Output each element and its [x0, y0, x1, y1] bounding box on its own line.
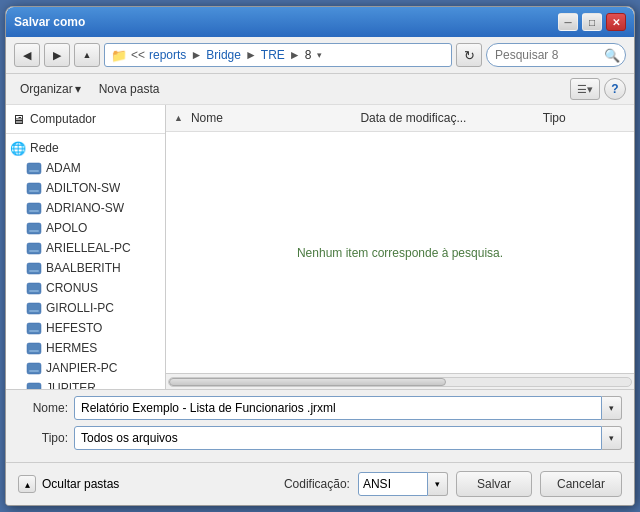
- svg-rect-14: [27, 303, 41, 314]
- hide-arrow-icon: ▴: [25, 479, 30, 490]
- tree-item-adilton[interactable]: ADILTON-SW: [6, 178, 165, 198]
- sort-date-button[interactable]: Data de modificaç...: [356, 109, 470, 127]
- main-area: 🖥 Computador 🌐 Rede ADA: [6, 105, 634, 389]
- tree-label-adriano: ADRIANO-SW: [46, 201, 124, 215]
- tree-label-hefesto: HEFESTO: [46, 321, 102, 335]
- tree-item-arielleal[interactable]: ARIELLEAL-PC: [6, 238, 165, 258]
- type-label: Tipo:: [18, 431, 68, 445]
- tree-item-computer[interactable]: 🖥 Computador: [6, 109, 165, 129]
- server-icon-jupiter: [26, 380, 42, 389]
- scrollbar-track[interactable]: [168, 377, 632, 387]
- view-toggle-button[interactable]: ☰ ▾: [570, 78, 600, 100]
- hide-folders-button[interactable]: ▴ Ocultar pastas: [18, 475, 119, 493]
- type-field-row: Tipo: ▾: [18, 426, 622, 450]
- up-button[interactable]: ▲: [74, 43, 100, 67]
- tree-item-hermes[interactable]: HERMES: [6, 338, 165, 358]
- hide-folders-icon: ▴: [18, 475, 36, 493]
- server-icon-hefesto: [26, 320, 42, 336]
- svg-rect-9: [29, 250, 39, 252]
- tree-item-hefesto[interactable]: HEFESTO: [6, 318, 165, 338]
- maximize-button[interactable]: □: [582, 13, 602, 31]
- minimize-button[interactable]: ─: [558, 13, 578, 31]
- server-icon-adam: [26, 160, 42, 176]
- bottom-panel: Nome: ▾ Tipo: ▾: [6, 389, 634, 462]
- new-folder-button[interactable]: Nova pasta: [91, 79, 168, 99]
- tree-label-janpier: JANPIER-PC: [46, 361, 117, 375]
- svg-rect-20: [27, 363, 41, 374]
- refresh-button[interactable]: ↻: [456, 43, 482, 67]
- tree-item-janpier[interactable]: JANPIER-PC: [6, 358, 165, 378]
- svg-rect-21: [29, 370, 39, 372]
- tree-label-girolli: GIROLLI-PC: [46, 301, 114, 315]
- tree-divider: [6, 133, 165, 134]
- type-input-wrapper: ▾: [74, 426, 622, 450]
- server-icon-girolli: [26, 300, 42, 316]
- breadcrumb-tre[interactable]: TRE: [261, 48, 285, 62]
- organize-arrow: ▾: [75, 82, 81, 96]
- sort-name-button[interactable]: Nome: [187, 109, 227, 127]
- svg-rect-17: [29, 330, 39, 332]
- type-dropdown-button[interactable]: ▾: [602, 426, 622, 450]
- help-button[interactable]: ?: [604, 78, 626, 100]
- search-wrapper: 🔍: [486, 43, 626, 67]
- tree-label-adilton: ADILTON-SW: [46, 181, 120, 195]
- back-button[interactable]: ◀: [14, 43, 40, 67]
- server-icon-adriano: [26, 200, 42, 216]
- action-toolbar: Organizar ▾ Nova pasta ☰ ▾ ?: [6, 74, 634, 105]
- dialog-title: Salvar como: [14, 15, 85, 29]
- tree-item-baalberith[interactable]: BAALBERITH: [6, 258, 165, 278]
- tree-item-adam[interactable]: ADAM: [6, 158, 165, 178]
- svg-rect-16: [27, 323, 41, 334]
- name-input[interactable]: [74, 396, 602, 420]
- svg-rect-18: [27, 343, 41, 354]
- breadcrumb-bridge[interactable]: Bridge: [206, 48, 241, 62]
- svg-rect-10: [27, 263, 41, 274]
- tree-label-computer: Computador: [30, 112, 96, 126]
- title-bar: Salvar como ─ □ ✕: [6, 7, 634, 37]
- tree-label-arielleal: ARIELLEAL-PC: [46, 241, 131, 255]
- codification-input[interactable]: [358, 472, 428, 496]
- tree-item-girolli[interactable]: GIROLLI-PC: [6, 298, 165, 318]
- tree-item-jupiter[interactable]: JUPITER: [6, 378, 165, 389]
- svg-rect-4: [27, 203, 41, 214]
- network-icon: 🌐: [10, 140, 26, 156]
- search-input[interactable]: [486, 43, 626, 67]
- tree-label-rede: Rede: [30, 141, 59, 155]
- sort-type-button[interactable]: Tipo: [539, 109, 570, 127]
- save-button[interactable]: Salvar: [456, 471, 532, 497]
- sort-up-arrow: ▲: [174, 113, 183, 123]
- codification-dropdown-button[interactable]: ▾: [428, 472, 448, 496]
- svg-rect-6: [27, 223, 41, 234]
- tree-item-cronus[interactable]: CRONUS: [6, 278, 165, 298]
- close-button[interactable]: ✕: [606, 13, 626, 31]
- forward-button[interactable]: ▶: [44, 43, 70, 67]
- title-bar-controls: ─ □ ✕: [558, 13, 626, 31]
- server-icon-baalberith: [26, 260, 42, 276]
- codification-label: Codificação:: [284, 477, 350, 491]
- scrollbar-thumb[interactable]: [169, 378, 446, 386]
- name-input-wrapper: ▾: [74, 396, 622, 420]
- tree-label-baalberith: BAALBERITH: [46, 261, 121, 275]
- svg-rect-1: [29, 170, 39, 172]
- left-panel: 🖥 Computador 🌐 Rede ADA: [6, 105, 166, 389]
- organize-button[interactable]: Organizar ▾: [14, 79, 87, 99]
- tree-item-apolo[interactable]: APOLO: [6, 218, 165, 238]
- file-list-content: Nenhum item corresponde à pesquisa.: [166, 132, 634, 373]
- breadcrumb-dropdown-arrow[interactable]: ▾: [317, 50, 322, 60]
- name-field-row: Nome: ▾: [18, 396, 622, 420]
- breadcrumb-reports[interactable]: reports: [149, 48, 186, 62]
- tree-item-rede[interactable]: 🌐 Rede: [6, 138, 165, 158]
- tree-label-cronus: CRONUS: [46, 281, 98, 295]
- tree-item-adriano[interactable]: ADRIANO-SW: [6, 198, 165, 218]
- view-controls: ☰ ▾ ?: [570, 78, 626, 100]
- name-dropdown-button[interactable]: ▾: [602, 396, 622, 420]
- svg-rect-2: [27, 183, 41, 194]
- cancel-button[interactable]: Cancelar: [540, 471, 622, 497]
- computer-icon: 🖥: [10, 111, 26, 127]
- file-list-header: ▲ Nome Data de modificaç... Tipo: [166, 105, 634, 132]
- save-as-dialog: Salvar como ─ □ ✕ ◀ ▶ ▲ 📁 << reports ► B…: [5, 6, 635, 506]
- type-input[interactable]: [74, 426, 602, 450]
- footer: ▴ Ocultar pastas Codificação: ▾ Salvar C…: [6, 462, 634, 505]
- horizontal-scrollbar[interactable]: [166, 373, 634, 389]
- breadcrumb-current: 8: [305, 48, 312, 62]
